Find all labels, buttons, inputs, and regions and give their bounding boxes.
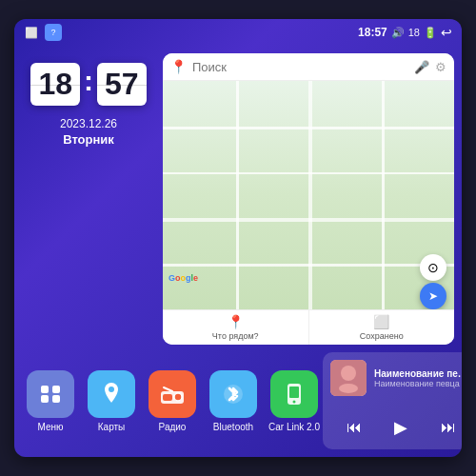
app-item-carlink[interactable]: Car Link 2.0 [266,370,323,432]
svg-rect-1 [52,386,60,393]
map-nearby-label: Что рядом? [212,331,259,341]
map-bottom-bar: 📍 Что рядом? ⬜ Сохранено [163,309,454,345]
music-widget: Наименование песни Наименование певца ⏮ … [323,352,462,449]
svg-point-7 [174,393,182,401]
app-item-maps[interactable]: Карты [83,370,140,432]
map-nearby-icon: 📍 [228,314,244,329]
app-icon-radio[interactable] [149,370,196,418]
app-item-bluetooth[interactable]: Bluetooth [205,370,262,432]
status-bar: ⬜ ? 18:57 🔊 18 🔋 ↩ [14,19,462,46]
app-item-menu[interactable]: Меню [22,370,79,432]
svg-point-11 [293,400,296,403]
map-settings-icon[interactable]: ⚙ [435,60,446,74]
clock-minutes: 57 [97,63,147,106]
music-prev-button[interactable]: ⏮ [340,413,368,442]
status-left: ⬜ ? [24,24,62,41]
map-saved-button[interactable]: ⬜ Сохранено [309,310,455,345]
music-title: Наименование песни [374,368,462,379]
back-icon[interactable]: ↩ [441,25,452,40]
music-info: Наименование песни Наименование певца [330,360,462,396]
nav-icon[interactable]: ? [45,24,62,41]
map-area[interactable]: Google ⊙ ➤ [163,81,454,309]
device-frame: ⬜ ? 18:57 🔊 18 🔋 ↩ 18 : 57 2023.12.26 [14,19,462,457]
status-time: 18:57 [358,26,387,39]
svg-rect-6 [163,394,172,401]
app-icon-menu[interactable] [27,370,74,418]
clock-date: 2023.12.26 Вторник [60,117,117,147]
svg-point-14 [339,384,358,393]
svg-point-4 [109,387,114,392]
map-nearby-button[interactable]: 📍 Что рядом? [163,310,309,345]
volume-icon: 🔊 [391,27,405,39]
map-search-bar[interactable]: 📍 🎤 ⚙ [163,53,454,81]
battery-icon: 🔋 [424,27,437,39]
map-saved-icon: ⬜ [373,314,389,329]
map-widget[interactable]: 📍 🎤 ⚙ [163,53,454,345]
svg-rect-3 [52,395,60,403]
app-label-carlink: Car Link 2.0 [268,422,320,432]
music-next-button[interactable]: ⏭ [434,413,462,442]
bottom-section: Меню Карты [14,352,462,457]
map-location-button[interactable]: ⊙ [420,254,446,281]
home-icon[interactable]: ⬜ [24,25,39,40]
flip-clock: 18 : 57 [30,63,146,106]
music-artist: Наименование певца [374,379,462,388]
google-logo: Google [169,273,198,283]
day-value: Вторник [60,132,117,147]
clock-widget: 18 : 57 2023.12.26 Вторник [22,53,155,345]
app-label-menu: Меню [37,422,63,432]
map-mic-icon[interactable]: 🎤 [414,60,429,74]
clock-separator: : [84,65,93,97]
map-streets [163,81,454,309]
svg-rect-10 [289,387,299,398]
svg-point-13 [341,366,356,381]
music-controls: ⏮ ▶ ⏭ [330,413,462,442]
map-saved-label: Сохранено [360,331,404,341]
app-item-radio[interactable]: Радио [144,370,201,432]
music-album-art [330,360,367,396]
top-section: 18 : 57 2023.12.26 Вторник 📍 🎤 ⚙ [14,46,462,352]
map-pin-icon: 📍 [170,59,187,74]
main-content: 18 : 57 2023.12.26 Вторник 📍 🎤 ⚙ [14,46,462,457]
map-navigate-button[interactable]: ➤ [420,283,446,309]
map-search-input[interactable] [192,60,408,74]
svg-rect-0 [41,386,49,393]
app-label-radio: Радио [159,422,187,432]
apps-row: Меню Карты [22,352,323,449]
svg-rect-2 [41,395,49,403]
app-icon-bluetooth[interactable] [209,370,257,418]
app-icon-maps[interactable] [88,370,135,418]
music-text: Наименование песни Наименование певца [374,368,462,388]
app-label-maps: Карты [98,422,126,432]
signal-strength: 18 [408,27,420,38]
date-value: 2023.12.26 [60,117,117,130]
clock-hours: 18 [30,63,80,106]
app-icon-carlink[interactable] [270,370,318,418]
app-label-bluetooth: Bluetooth [213,422,253,432]
status-right: 18:57 🔊 18 🔋 ↩ [358,25,452,40]
music-play-button[interactable]: ▶ [387,413,415,442]
